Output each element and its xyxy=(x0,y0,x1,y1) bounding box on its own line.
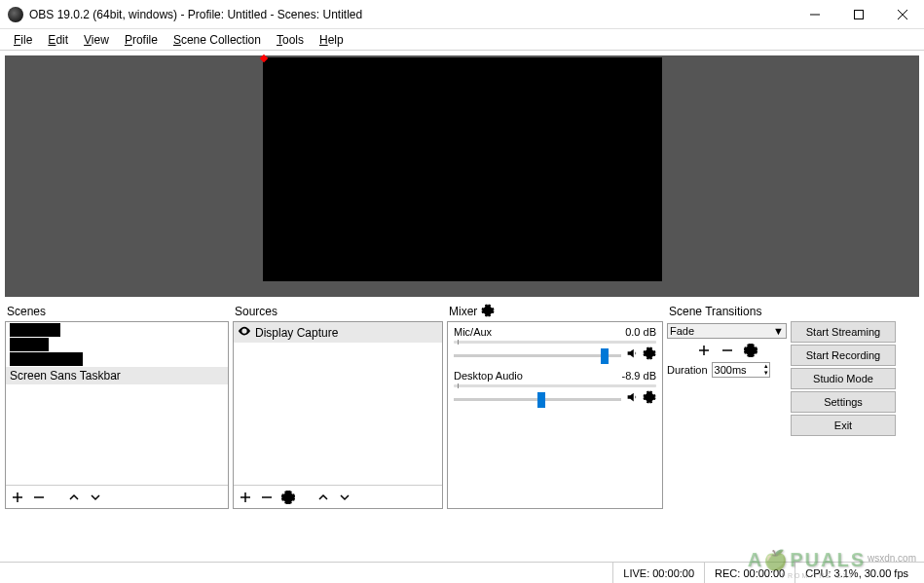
transitions-header: Scene Transitions xyxy=(667,302,787,321)
add-transition-button[interactable] xyxy=(696,343,712,358)
menu-help[interactable]: Help xyxy=(312,31,351,49)
visibility-icon[interactable] xyxy=(238,324,251,341)
mixer-track-mic: Mic/Aux 0.0 dB xyxy=(448,322,662,366)
mixer-track-desktop: Desktop Audio -8.9 dB xyxy=(448,366,662,410)
mixer-settings-button[interactable] xyxy=(481,304,495,320)
mixer-volume-slider[interactable] xyxy=(454,354,621,357)
duration-spinner[interactable]: ▲▼ xyxy=(763,363,769,377)
watermark-url: wsxdn.com xyxy=(868,553,916,564)
mixer-meter xyxy=(454,341,656,344)
preview-canvas[interactable] xyxy=(263,57,662,281)
source-label: Display Capture xyxy=(255,326,338,340)
remove-source-button[interactable] xyxy=(259,490,275,505)
watermark-logo: A🍏PUALS xyxy=(748,548,866,571)
status-live: LIVE: 00:00:00 xyxy=(612,563,704,583)
svg-rect-1 xyxy=(854,10,863,18)
maximize-button[interactable] xyxy=(836,0,880,28)
source-item[interactable]: Display Capture xyxy=(234,322,442,343)
transition-duration-row: Duration ▲▼ xyxy=(667,362,787,378)
titlebar: OBS 19.0.2 (64bit, windows) - Profile: U… xyxy=(0,0,924,29)
mixer-track-name: Mic/Aux xyxy=(454,326,492,338)
mixer-meter xyxy=(454,384,656,387)
mixer-header: Mixer xyxy=(447,302,663,321)
sources-header: Sources xyxy=(233,302,443,321)
transitions-panel: Scene Transitions Fade ▼ Duration ▲▼ xyxy=(667,302,787,509)
move-scene-up-button[interactable] xyxy=(66,490,82,505)
controls-panel: Start Streaming Start Recording Studio M… xyxy=(791,302,900,509)
mixer-panel: Mixer Mic/Aux 0.0 dB xyxy=(447,302,663,509)
mixer-track-level: 0.0 dB xyxy=(625,326,656,338)
scenes-panel: Scenes Screen Sans Taskbar xyxy=(5,302,229,509)
scenes-list[interactable]: Screen Sans Taskbar xyxy=(6,322,228,485)
transition-select[interactable]: Fade ▼ xyxy=(667,323,787,339)
add-scene-button[interactable] xyxy=(10,490,25,505)
menu-view[interactable]: View xyxy=(76,31,117,49)
track-settings-button[interactable] xyxy=(643,346,656,364)
mute-button[interactable] xyxy=(625,390,639,408)
chevron-down-icon: ▼ xyxy=(773,325,784,337)
move-source-down-button[interactable] xyxy=(337,490,352,505)
mixer-volume-slider[interactable] xyxy=(454,398,621,401)
track-settings-button[interactable] xyxy=(643,390,656,408)
scene-item[interactable] xyxy=(10,338,49,351)
sources-list[interactable]: Display Capture xyxy=(234,322,442,485)
slider-thumb[interactable] xyxy=(537,392,545,408)
scenes-toolbar xyxy=(6,485,228,508)
duration-label: Duration xyxy=(667,364,708,376)
remove-scene-button[interactable] xyxy=(31,490,47,505)
start-recording-button[interactable]: Start Recording xyxy=(791,345,896,366)
menu-profile[interactable]: Profile xyxy=(117,31,166,49)
transition-buttons xyxy=(667,343,787,358)
mixer-slider-row xyxy=(454,390,656,408)
mixer-track-name: Desktop Audio xyxy=(454,370,523,382)
settings-button[interactable]: Settings xyxy=(791,391,896,413)
resize-handle[interactable] xyxy=(259,55,267,62)
app-icon xyxy=(8,7,23,22)
minimize-button[interactable] xyxy=(793,0,836,28)
menu-edit[interactable]: Edit xyxy=(40,31,76,49)
menu-tools[interactable]: Tools xyxy=(269,31,312,49)
scene-item[interactable] xyxy=(10,323,60,337)
menu-file[interactable]: File xyxy=(6,31,40,49)
scene-item[interactable] xyxy=(10,352,83,366)
source-properties-button[interactable] xyxy=(280,490,296,505)
transition-properties-button[interactable] xyxy=(743,343,758,358)
mixer-track-level: -8.9 dB xyxy=(622,370,656,382)
add-source-button[interactable] xyxy=(238,490,253,505)
sources-panel: Sources Display Capture xyxy=(233,302,443,509)
scene-item-selected[interactable]: Screen Sans Taskbar xyxy=(6,367,228,384)
sources-toolbar xyxy=(234,485,442,508)
panels-row: Scenes Screen Sans Taskbar Sources xyxy=(0,302,924,509)
menubar: File Edit View Profile Scene Collection … xyxy=(0,29,924,51)
exit-button[interactable]: Exit xyxy=(791,415,896,436)
close-button[interactable] xyxy=(880,0,924,28)
studio-mode-button[interactable]: Studio Mode xyxy=(791,368,896,389)
window-title: OBS 19.0.2 (64bit, windows) - Profile: U… xyxy=(29,8,793,21)
mixer-title: Mixer xyxy=(449,305,477,318)
duration-input[interactable] xyxy=(712,362,770,378)
watermark-sub: FROM THE EXP xyxy=(782,572,856,579)
mixer-slider-row xyxy=(454,346,656,364)
remove-transition-button[interactable] xyxy=(720,343,735,358)
mute-button[interactable] xyxy=(625,346,639,364)
transition-selected-label: Fade xyxy=(670,325,694,337)
move-scene-down-button[interactable] xyxy=(88,490,103,505)
menu-scene-collection[interactable]: Scene Collection xyxy=(166,31,269,49)
scenes-header: Scenes xyxy=(5,302,229,321)
slider-thumb[interactable] xyxy=(601,348,609,364)
window-controls xyxy=(793,0,924,28)
start-streaming-button[interactable]: Start Streaming xyxy=(791,321,896,343)
preview-area[interactable] xyxy=(5,55,919,297)
move-source-up-button[interactable] xyxy=(315,490,331,505)
